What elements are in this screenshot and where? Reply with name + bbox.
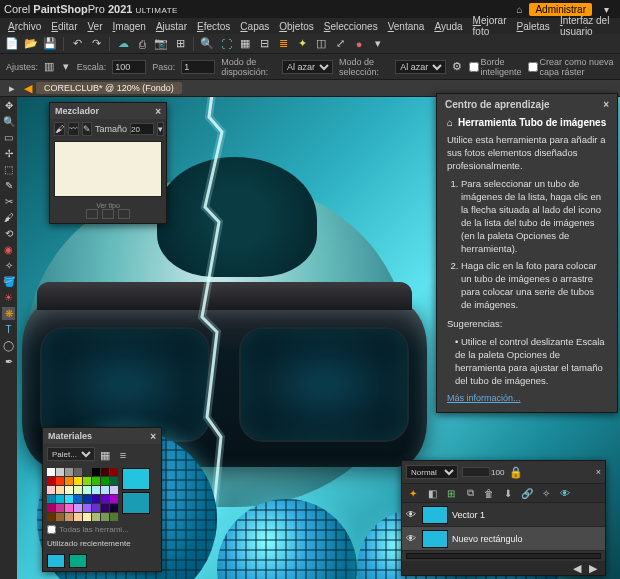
visibility-icon[interactable]: 👁: [406, 533, 418, 544]
crop-icon[interactable]: ◫: [313, 36, 329, 52]
menu-item[interactable]: Archivo: [3, 20, 46, 33]
new-mask-icon[interactable]: ◧: [425, 486, 439, 500]
clone-tool-icon[interactable]: ⟲: [2, 227, 15, 240]
menu-item[interactable]: Selecciones: [319, 20, 383, 33]
color-swatch[interactable]: [74, 477, 82, 485]
step-input[interactable]: [181, 60, 215, 74]
merge-icon[interactable]: ⬇: [501, 486, 515, 500]
color-swatch[interactable]: [110, 513, 118, 521]
color-swatch[interactable]: [56, 486, 64, 494]
crop-tool-icon[interactable]: ✂: [2, 195, 15, 208]
layer-row[interactable]: 👁Vector 1: [402, 503, 605, 527]
view-icon[interactable]: 👁: [558, 486, 572, 500]
color-swatch[interactable]: [92, 495, 100, 503]
mixer-size-input[interactable]: [130, 123, 154, 135]
color-swatch[interactable]: [47, 477, 55, 485]
text-tool-icon[interactable]: T: [2, 323, 15, 336]
redeye-tool-icon[interactable]: ◉: [2, 243, 15, 256]
tube-tool-icon[interactable]: ❋: [2, 307, 15, 320]
connect-icon[interactable]: ☁: [115, 36, 131, 52]
recent-swatch[interactable]: [47, 554, 65, 568]
color-swatch[interactable]: [47, 486, 55, 494]
color-swatch[interactable]: [65, 504, 73, 512]
document-tab[interactable]: CORELCLUB* @ 120% (Fondo): [36, 82, 182, 94]
preset-dd-icon[interactable]: ▾: [60, 59, 70, 75]
color-swatch[interactable]: [47, 468, 55, 476]
new-icon[interactable]: 📄: [4, 36, 20, 52]
color-swatch[interactable]: [101, 486, 109, 494]
blend-mode-select[interactable]: Normal: [406, 465, 458, 479]
color-swatch[interactable]: [101, 504, 109, 512]
materials-list-icon[interactable]: ≡: [115, 447, 131, 463]
menu-item[interactable]: Paletas: [512, 20, 555, 33]
color-swatch[interactable]: [101, 477, 109, 485]
color-swatch[interactable]: [47, 513, 55, 521]
fit-icon[interactable]: ⛶: [218, 36, 234, 52]
color-swatch[interactable]: [74, 513, 82, 521]
dropper-tool-icon[interactable]: ✎: [2, 179, 15, 192]
visibility-icon[interactable]: 👁: [406, 509, 418, 520]
color-swatch[interactable]: [83, 504, 91, 512]
undo-icon[interactable]: ↶: [69, 36, 85, 52]
sel-mode-select[interactable]: Al azar: [395, 60, 446, 74]
menu-item[interactable]: Capas: [235, 20, 274, 33]
layer-prev-icon[interactable]: ◀: [569, 560, 585, 576]
link-icon[interactable]: 🔗: [520, 486, 534, 500]
color-swatch[interactable]: [83, 513, 91, 521]
close-icon[interactable]: ×: [150, 431, 156, 442]
color-swatch[interactable]: [83, 477, 91, 485]
menu-item[interactable]: Ayuda: [429, 20, 467, 33]
close-icon[interactable]: ×: [603, 99, 609, 110]
color-swatch[interactable]: [83, 495, 91, 503]
color-swatch[interactable]: [110, 477, 118, 485]
color-swatch[interactable]: [56, 468, 64, 476]
selection-tool-icon[interactable]: ⬚: [2, 163, 15, 176]
color-swatch[interactable]: [92, 486, 100, 494]
makeup-tool-icon[interactable]: ✧: [2, 259, 15, 272]
all-tools-checkbox[interactable]: [47, 525, 56, 534]
mixer-eyedrop-icon[interactable]: ✎: [82, 122, 92, 136]
background-swatch[interactable]: [122, 492, 150, 514]
menu-item[interactable]: Editar: [46, 20, 82, 33]
color-swatch[interactable]: [92, 513, 100, 521]
home-icon[interactable]: ⌂: [512, 2, 526, 16]
menu-item[interactable]: Mejorar foto: [468, 14, 512, 38]
color-swatch[interactable]: [83, 468, 91, 476]
mixer-menu-icon[interactable]: ▾: [157, 122, 164, 136]
close-icon[interactable]: ×: [155, 106, 161, 117]
color-swatch[interactable]: [101, 468, 109, 476]
scan-icon[interactable]: ⊞: [172, 36, 188, 52]
open-icon[interactable]: 📂: [23, 36, 39, 52]
color-swatch[interactable]: [56, 513, 64, 521]
layers-icon[interactable]: ≣: [275, 36, 291, 52]
brush-tool-icon[interactable]: 🖌: [2, 211, 15, 224]
color-swatch[interactable]: [74, 504, 82, 512]
menu-item[interactable]: Interfaz del usuario: [555, 14, 617, 38]
opacity-slider[interactable]: [462, 467, 490, 477]
collapse-icon[interactable]: ▸: [4, 80, 20, 96]
color-swatch[interactable]: [110, 486, 118, 494]
foreground-swatch[interactable]: [122, 468, 150, 490]
mixer-swatch[interactable]: [86, 209, 98, 219]
delete-layer-icon[interactable]: 🗑: [482, 486, 496, 500]
color-swatch[interactable]: [65, 468, 73, 476]
menu-item[interactable]: Ver: [82, 20, 107, 33]
color-swatch[interactable]: [56, 504, 64, 512]
color-swatch[interactable]: [56, 495, 64, 503]
color-swatch[interactable]: [110, 504, 118, 512]
color-swatch[interactable]: [101, 513, 109, 521]
recent-swatch[interactable]: [69, 554, 87, 568]
pan-tool-icon[interactable]: ✥: [2, 99, 15, 112]
more-info-link[interactable]: Más información...: [447, 392, 521, 404]
menu-item[interactable]: Efectos: [192, 20, 235, 33]
color-swatch[interactable]: [65, 486, 73, 494]
mixer-swatch[interactable]: [102, 209, 114, 219]
print-icon[interactable]: ⎙: [134, 36, 150, 52]
pen-tool-icon[interactable]: ✒: [2, 355, 15, 368]
color-swatch[interactable]: [74, 495, 82, 503]
grid-icon[interactable]: ▦: [237, 36, 253, 52]
close-icon[interactable]: ×: [596, 467, 601, 477]
preset-icon[interactable]: ▥: [44, 59, 54, 75]
home-icon[interactable]: ⌂: [447, 117, 453, 128]
lighten-tool-icon[interactable]: ☀: [2, 291, 15, 304]
